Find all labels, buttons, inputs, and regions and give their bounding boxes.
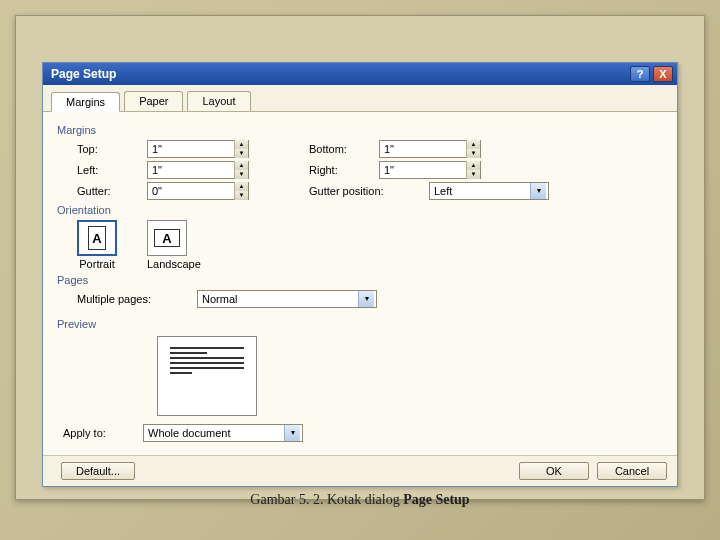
tab-paper[interactable]: Paper (124, 91, 183, 111)
preview-group-label: Preview (57, 318, 663, 330)
preview-page-icon (157, 336, 257, 416)
spin-up-icon[interactable]: ▲ (234, 140, 248, 149)
left-label: Left: (77, 164, 137, 176)
orientation-portrait[interactable]: A Portrait (77, 220, 117, 270)
titlebar[interactable]: Page Setup ? X (43, 63, 677, 85)
left-spinner[interactable]: 1" ▲▼ (147, 161, 249, 179)
bottom-label: Bottom: (309, 143, 369, 155)
apply-to-value: Whole document (144, 427, 284, 439)
spin-up-icon[interactable]: ▲ (234, 161, 248, 170)
spin-up-icon[interactable]: ▲ (234, 182, 248, 191)
tab-layout[interactable]: Layout (187, 91, 250, 111)
spin-down-icon[interactable]: ▼ (234, 170, 248, 179)
spin-down-icon[interactable]: ▼ (234, 191, 248, 200)
top-label: Top: (77, 143, 137, 155)
gutter-pos-label: Gutter position: (309, 185, 419, 197)
row-apply-to: Apply to: Whole document ▾ (63, 424, 663, 442)
tab-strip: Margins Paper Layout (43, 85, 677, 112)
pages-group-label: Pages (57, 274, 663, 286)
row-gutter: Gutter: 0" ▲▼ Gutter position: Left ▾ (77, 182, 663, 200)
row-top-bottom: Top: 1" ▲▼ Bottom: 1" ▲▼ (77, 140, 663, 158)
apply-to-label: Apply to: (63, 427, 133, 439)
apply-to-combo[interactable]: Whole document ▾ (143, 424, 303, 442)
help-button[interactable]: ? (630, 66, 650, 82)
caption-text: Gambar 5. 2. Kotak dialog (250, 492, 403, 507)
landscape-icon: A (147, 220, 187, 256)
caption-bold: Page Setup (403, 492, 470, 507)
gutter-pos-value: Left (430, 185, 530, 197)
top-value[interactable]: 1" (148, 143, 234, 155)
row-left-right: Left: 1" ▲▼ Right: 1" ▲▼ (77, 161, 663, 179)
right-spinner[interactable]: 1" ▲▼ (379, 161, 481, 179)
dialog-footer: Default... OK Cancel (43, 455, 677, 486)
gutter-label: Gutter: (77, 185, 137, 197)
chevron-down-icon[interactable]: ▾ (284, 425, 300, 441)
gutter-position-combo[interactable]: Left ▾ (429, 182, 549, 200)
cancel-button[interactable]: Cancel (597, 462, 667, 480)
margins-group-label: Margins (57, 124, 663, 136)
portrait-icon: A (77, 220, 117, 256)
right-value[interactable]: 1" (380, 164, 466, 176)
default-button[interactable]: Default... (61, 462, 135, 480)
row-multiple-pages: Multiple pages: Normal ▾ (77, 290, 663, 308)
spin-down-icon[interactable]: ▼ (234, 149, 248, 158)
bottom-spinner[interactable]: 1" ▲▼ (379, 140, 481, 158)
orientation-group-label: Orientation (57, 204, 663, 216)
multiple-pages-combo[interactable]: Normal ▾ (197, 290, 377, 308)
top-spinner[interactable]: 1" ▲▼ (147, 140, 249, 158)
gutter-value[interactable]: 0" (148, 185, 234, 197)
dialog-title: Page Setup (51, 67, 627, 81)
ok-button[interactable]: OK (519, 462, 589, 480)
spin-down-icon[interactable]: ▼ (466, 149, 480, 158)
landscape-label: Landscape (147, 258, 201, 270)
multiple-pages-value: Normal (198, 293, 358, 305)
right-label: Right: (309, 164, 369, 176)
chevron-down-icon[interactable]: ▾ (358, 291, 374, 307)
tab-margins[interactable]: Margins (51, 92, 120, 112)
bottom-value[interactable]: 1" (380, 143, 466, 155)
figure-caption: Gambar 5. 2. Kotak dialog Page Setup (0, 492, 720, 508)
orientation-options: A Portrait A Landscape (77, 220, 663, 270)
orientation-landscape[interactable]: A Landscape (147, 220, 201, 270)
portrait-label: Portrait (79, 258, 114, 270)
margins-panel: Margins Top: 1" ▲▼ Bottom: 1" ▲▼ Left: 1… (43, 112, 677, 455)
left-value[interactable]: 1" (148, 164, 234, 176)
page-setup-dialog: Page Setup ? X Margins Paper Layout Marg… (42, 62, 678, 487)
chevron-down-icon[interactable]: ▾ (530, 183, 546, 199)
spin-down-icon[interactable]: ▼ (466, 170, 480, 179)
spin-up-icon[interactable]: ▲ (466, 140, 480, 149)
spin-up-icon[interactable]: ▲ (466, 161, 480, 170)
multiple-pages-label: Multiple pages: (77, 293, 187, 305)
close-button[interactable]: X (653, 66, 673, 82)
gutter-spinner[interactable]: 0" ▲▼ (147, 182, 249, 200)
